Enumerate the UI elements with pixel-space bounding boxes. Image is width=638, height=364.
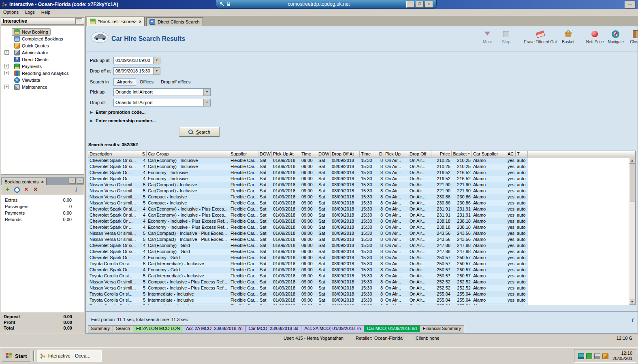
- search-in-option[interactable]: Drop off offices: [157, 78, 194, 86]
- minimize-button[interactable]: —: [625, 1, 636, 9]
- column-header-drop-off-at[interactable]: Drop Off At: [331, 151, 360, 158]
- result-row[interactable]: Toyota Corolla Or si...5Intermediate - I…: [88, 303, 629, 305]
- dropdown-icon[interactable]: ▼: [153, 68, 160, 75]
- booking-contents-row[interactable]: Refunds 0.00: [1, 216, 84, 223]
- section-tab[interactable]: Flt 2A LON MCO LON: [133, 325, 183, 332]
- booking-contents-row[interactable]: Payments 0.00: [1, 210, 84, 216]
- section-tab[interactable]: Search: [113, 325, 133, 332]
- result-row[interactable]: Chevrolet Spark Or si...4Car(Economy) - …: [88, 158, 629, 164]
- result-row[interactable]: Chevrolet Spark Or si...4Car(Economy) - …: [88, 243, 629, 249]
- result-row[interactable]: Nissan Versa Or simil...5Compact - Inclu…: [88, 200, 629, 206]
- delete-icon[interactable]: [23, 187, 30, 193]
- search-button[interactable]: Search: [179, 127, 219, 136]
- membership-expander[interactable]: ▶ Enter membership number...: [90, 118, 156, 123]
- sidebar-item[interactable]: + Administrator: [1, 49, 84, 56]
- rdp-connection-bar[interactable]: comostreetrdp.topdog.uk.net – □ ×: [216, 0, 437, 9]
- menu-item[interactable]: Help: [38, 9, 54, 16]
- section-tab[interactable]: Financial Summary: [420, 325, 464, 332]
- column-header-pick-up-at[interactable]: Pick Up At: [272, 151, 300, 158]
- dropdown-icon[interactable]: ▼: [203, 89, 210, 96]
- rdp-close-button[interactable]: ×: [425, 1, 433, 8]
- result-row[interactable]: Nissan Versa Or simil...5Car(Compact) - …: [88, 236, 629, 243]
- result-row[interactable]: Toyota Corolla Or si...5Car(Intermediate…: [88, 261, 629, 267]
- column-header-pick-up[interactable]: Pick Up: [384, 151, 408, 158]
- sidebar-item[interactable]: + Direct Clients: [1, 56, 84, 63]
- column-header-s[interactable]: S: [140, 151, 147, 158]
- column-header-ac[interactable]: AC: [506, 151, 516, 158]
- column-header-dow[interactable]: DOW: [317, 151, 331, 158]
- booking-contents-row[interactable]: Extras 0.00: [1, 197, 84, 203]
- result-row[interactable]: Toyota Corolla Or si...5Car(Intermediate…: [88, 273, 629, 279]
- result-row[interactable]: Toyota Corolla Or si...5Intermediate - I…: [88, 297, 629, 303]
- result-row[interactable]: Chevrolet Spark Or ...4Economy - Inclusi…: [88, 170, 629, 176]
- result-row[interactable]: Chevrolet Spark Or si...4Car(Economy) - …: [88, 164, 629, 170]
- toolbar-button[interactable]: Navigate: [608, 30, 624, 44]
- scrollbar-thumb[interactable]: [629, 164, 635, 202]
- sidebar-item[interactable]: + Reporting and Analytics: [1, 70, 84, 77]
- column-header-d[interactable]: D: [377, 151, 384, 158]
- result-row[interactable]: Nissan Versa Or simil...5Compact - Inclu…: [88, 279, 629, 285]
- result-row[interactable]: Chevrolet Spark Or si...4Car(Economy) - …: [88, 212, 629, 218]
- display-icon[interactable]: [578, 353, 584, 359]
- dropoff-at-input[interactable]: 08/09/2018 15:30 ▼: [113, 67, 160, 75]
- collapse-panel-button[interactable]: –: [75, 18, 82, 24]
- pin-icon[interactable]: [220, 2, 224, 6]
- section-tab[interactable]: Car MCO; 01/09/2018 8d: [364, 325, 420, 332]
- scroll-up-icon[interactable]: ▲: [629, 158, 635, 164]
- sidebar-item[interactable]: + Quick Quotes: [1, 42, 84, 49]
- close-icon[interactable]: ×: [41, 179, 43, 184]
- info-icon[interactable]: i: [632, 317, 634, 324]
- clock-icon[interactable]: [14, 187, 20, 193]
- result-row[interactable]: Chevrolet Spark Or ...4Economy - GoldFle…: [88, 267, 629, 273]
- column-header-drop-off[interactable]: Drop Off: [408, 151, 431, 158]
- toolbar-button[interactable]: Close: [628, 30, 638, 44]
- clock[interactable]: 12:10 20/05/201: [612, 351, 632, 361]
- document-tab[interactable]: Direct Clients Search ×: [146, 17, 203, 26]
- rdp-restore-button[interactable]: □: [416, 1, 424, 8]
- menu-item[interactable]: Logs: [22, 9, 38, 16]
- result-row[interactable]: Nissan Versa Or simil...5Car(Compact) - …: [88, 188, 629, 194]
- result-row[interactable]: Nissan Versa Or simil...5Car(Compact) - …: [88, 182, 629, 188]
- column-header-supplier[interactable]: Supplier: [229, 151, 258, 158]
- expand-icon[interactable]: +: [4, 64, 9, 68]
- column-header-car-supplier[interactable]: Car Supplier: [472, 151, 506, 158]
- toolbar-button[interactable]: Stop: [499, 30, 513, 44]
- vertical-scrollbar[interactable]: ▲ ▼: [629, 158, 635, 305]
- column-header-description[interactable]: Description: [88, 151, 140, 158]
- info-icon[interactable]: [73, 187, 80, 193]
- column-header-car-group[interactable]: Car Group: [147, 151, 229, 158]
- scroll-down-icon[interactable]: ▼: [629, 299, 635, 305]
- section-tab[interactable]: Acc 2A MCO; 01/09/2018 7n: [301, 325, 364, 332]
- add-icon[interactable]: [4, 187, 11, 193]
- printer-icon[interactable]: [594, 353, 600, 359]
- dropdown-icon[interactable]: ▼: [203, 99, 210, 106]
- sidebar-item[interactable]: + Maintenance: [1, 83, 84, 90]
- result-row[interactable]: Chevrolet Spark Or ...4Economy - GoldFle…: [88, 255, 629, 261]
- result-row[interactable]: Chevrolet Spark Or si...4Car(Economy) - …: [88, 206, 629, 212]
- column-header-dow[interactable]: DOW: [258, 151, 272, 158]
- cancel-icon[interactable]: [32, 187, 39, 193]
- promo-code-expander[interactable]: ▶ Enter promotion code...: [90, 110, 145, 115]
- sidebar-item[interactable]: + New Booking: [1, 28, 84, 35]
- result-row[interactable]: Toyota Corolla Or si...5Intermediate - I…: [88, 291, 629, 297]
- taskbar-task-button[interactable]: Interactive - Ocea...: [37, 350, 102, 362]
- start-button[interactable]: Start: [2, 350, 31, 362]
- column-header-time[interactable]: Time: [300, 151, 317, 158]
- search-in-option[interactable]: Offices: [136, 78, 157, 86]
- sidebar-item[interactable]: + Payments: [1, 63, 84, 70]
- result-row[interactable]: Chevrolet Spark Or ...4Economy - Inclusi…: [88, 176, 629, 182]
- column-header-t[interactable]: T: [516, 151, 528, 158]
- expand-icon[interactable]: +: [4, 50, 9, 55]
- column-header-basket[interactable]: Basket▼: [452, 151, 472, 158]
- dropoff-select[interactable]: Orlando Intl Airport ▼: [113, 99, 211, 106]
- search-in-option[interactable]: Airports: [113, 78, 136, 86]
- panel-maximize-button[interactable]: ▫: [77, 178, 83, 184]
- sidebar-item[interactable]: + Completed Bookings: [1, 35, 84, 42]
- toolbar-button[interactable]: More: [480, 30, 495, 44]
- expand-icon[interactable]: +: [4, 85, 9, 89]
- dropdown-icon[interactable]: ▼: [153, 57, 160, 64]
- sidebar-item[interactable]: + Viewdata: [1, 77, 84, 83]
- document-tab[interactable]: *Book. ref.: <none> ×: [87, 17, 145, 26]
- toolbar-button[interactable]: Erase Filtered Out: [524, 30, 557, 44]
- result-row[interactable]: Nissan Versa Or simil...5Compact - Inclu…: [88, 285, 629, 291]
